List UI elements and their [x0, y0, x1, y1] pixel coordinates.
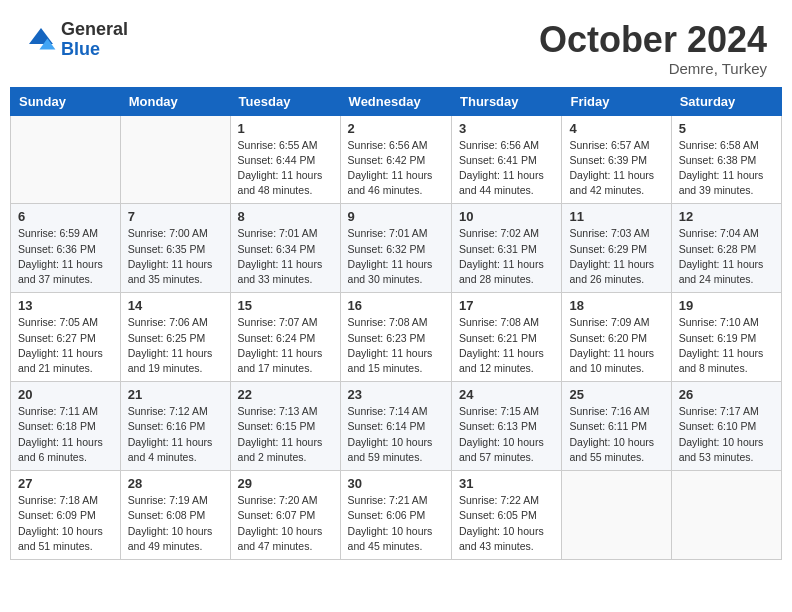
day-number: 20 [18, 387, 113, 402]
calendar-cell: 13Sunrise: 7:05 AMSunset: 6:27 PMDayligh… [11, 293, 121, 382]
logo: General Blue [25, 20, 128, 60]
calendar-cell: 5Sunrise: 6:58 AMSunset: 6:38 PMDaylight… [671, 115, 781, 204]
day-info: Sunrise: 7:17 AMSunset: 6:10 PMDaylight:… [679, 404, 774, 465]
calendar-cell: 14Sunrise: 7:06 AMSunset: 6:25 PMDayligh… [120, 293, 230, 382]
day-number: 24 [459, 387, 554, 402]
calendar-week-row: 13Sunrise: 7:05 AMSunset: 6:27 PMDayligh… [11, 293, 782, 382]
day-number: 30 [348, 476, 444, 491]
day-info: Sunrise: 7:20 AMSunset: 6:07 PMDaylight:… [238, 493, 333, 554]
day-info: Sunrise: 7:07 AMSunset: 6:24 PMDaylight:… [238, 315, 333, 376]
calendar-cell: 1Sunrise: 6:55 AMSunset: 6:44 PMDaylight… [230, 115, 340, 204]
day-info: Sunrise: 7:00 AMSunset: 6:35 PMDaylight:… [128, 226, 223, 287]
calendar-cell: 21Sunrise: 7:12 AMSunset: 6:16 PMDayligh… [120, 382, 230, 471]
day-info: Sunrise: 7:10 AMSunset: 6:19 PMDaylight:… [679, 315, 774, 376]
day-number: 29 [238, 476, 333, 491]
day-number: 2 [348, 121, 444, 136]
logo-icon [25, 24, 57, 56]
day-info: Sunrise: 7:16 AMSunset: 6:11 PMDaylight:… [569, 404, 663, 465]
logo-general-text: General [61, 20, 128, 40]
calendar-cell: 27Sunrise: 7:18 AMSunset: 6:09 PMDayligh… [11, 471, 121, 560]
calendar-cell: 15Sunrise: 7:07 AMSunset: 6:24 PMDayligh… [230, 293, 340, 382]
calendar-cell: 8Sunrise: 7:01 AMSunset: 6:34 PMDaylight… [230, 204, 340, 293]
day-number: 11 [569, 209, 663, 224]
day-info: Sunrise: 7:05 AMSunset: 6:27 PMDaylight:… [18, 315, 113, 376]
day-info: Sunrise: 6:56 AMSunset: 6:42 PMDaylight:… [348, 138, 444, 199]
calendar-week-row: 1Sunrise: 6:55 AMSunset: 6:44 PMDaylight… [11, 115, 782, 204]
day-info: Sunrise: 7:18 AMSunset: 6:09 PMDaylight:… [18, 493, 113, 554]
day-number: 8 [238, 209, 333, 224]
calendar-cell: 11Sunrise: 7:03 AMSunset: 6:29 PMDayligh… [562, 204, 671, 293]
day-info: Sunrise: 7:15 AMSunset: 6:13 PMDaylight:… [459, 404, 554, 465]
weekday-header: Thursday [452, 87, 562, 115]
day-info: Sunrise: 7:13 AMSunset: 6:15 PMDaylight:… [238, 404, 333, 465]
day-number: 10 [459, 209, 554, 224]
calendar-cell: 26Sunrise: 7:17 AMSunset: 6:10 PMDayligh… [671, 382, 781, 471]
title-block: October 2024 Demre, Turkey [539, 20, 767, 77]
day-number: 6 [18, 209, 113, 224]
day-number: 12 [679, 209, 774, 224]
calendar-header-row: SundayMondayTuesdayWednesdayThursdayFrid… [11, 87, 782, 115]
day-info: Sunrise: 7:01 AMSunset: 6:32 PMDaylight:… [348, 226, 444, 287]
day-number: 15 [238, 298, 333, 313]
day-info: Sunrise: 7:08 AMSunset: 6:21 PMDaylight:… [459, 315, 554, 376]
logo-text: General Blue [61, 20, 128, 60]
weekday-header: Wednesday [340, 87, 451, 115]
day-number: 13 [18, 298, 113, 313]
calendar-cell [120, 115, 230, 204]
day-number: 1 [238, 121, 333, 136]
calendar-cell: 2Sunrise: 6:56 AMSunset: 6:42 PMDaylight… [340, 115, 451, 204]
calendar-cell: 30Sunrise: 7:21 AMSunset: 6:06 PMDayligh… [340, 471, 451, 560]
day-number: 14 [128, 298, 223, 313]
day-number: 31 [459, 476, 554, 491]
day-number: 28 [128, 476, 223, 491]
calendar-cell: 25Sunrise: 7:16 AMSunset: 6:11 PMDayligh… [562, 382, 671, 471]
calendar-cell: 19Sunrise: 7:10 AMSunset: 6:19 PMDayligh… [671, 293, 781, 382]
calendar-cell: 28Sunrise: 7:19 AMSunset: 6:08 PMDayligh… [120, 471, 230, 560]
location: Demre, Turkey [539, 60, 767, 77]
weekday-header: Tuesday [230, 87, 340, 115]
day-info: Sunrise: 6:57 AMSunset: 6:39 PMDaylight:… [569, 138, 663, 199]
day-info: Sunrise: 7:12 AMSunset: 6:16 PMDaylight:… [128, 404, 223, 465]
weekday-header: Monday [120, 87, 230, 115]
calendar-cell: 18Sunrise: 7:09 AMSunset: 6:20 PMDayligh… [562, 293, 671, 382]
calendar-week-row: 27Sunrise: 7:18 AMSunset: 6:09 PMDayligh… [11, 471, 782, 560]
day-info: Sunrise: 6:58 AMSunset: 6:38 PMDaylight:… [679, 138, 774, 199]
day-info: Sunrise: 7:04 AMSunset: 6:28 PMDaylight:… [679, 226, 774, 287]
day-number: 16 [348, 298, 444, 313]
calendar-cell: 9Sunrise: 7:01 AMSunset: 6:32 PMDaylight… [340, 204, 451, 293]
calendar-cell: 12Sunrise: 7:04 AMSunset: 6:28 PMDayligh… [671, 204, 781, 293]
day-info: Sunrise: 7:22 AMSunset: 6:05 PMDaylight:… [459, 493, 554, 554]
day-info: Sunrise: 7:14 AMSunset: 6:14 PMDaylight:… [348, 404, 444, 465]
logo-blue-text: Blue [61, 40, 128, 60]
day-number: 22 [238, 387, 333, 402]
day-number: 25 [569, 387, 663, 402]
day-number: 26 [679, 387, 774, 402]
day-info: Sunrise: 7:11 AMSunset: 6:18 PMDaylight:… [18, 404, 113, 465]
calendar-cell: 20Sunrise: 7:11 AMSunset: 6:18 PMDayligh… [11, 382, 121, 471]
day-number: 5 [679, 121, 774, 136]
month-title: October 2024 [539, 20, 767, 60]
day-info: Sunrise: 6:56 AMSunset: 6:41 PMDaylight:… [459, 138, 554, 199]
day-number: 9 [348, 209, 444, 224]
day-info: Sunrise: 7:06 AMSunset: 6:25 PMDaylight:… [128, 315, 223, 376]
day-number: 23 [348, 387, 444, 402]
day-number: 17 [459, 298, 554, 313]
calendar-cell [11, 115, 121, 204]
day-info: Sunrise: 7:08 AMSunset: 6:23 PMDaylight:… [348, 315, 444, 376]
day-info: Sunrise: 7:21 AMSunset: 6:06 PMDaylight:… [348, 493, 444, 554]
calendar-cell: 6Sunrise: 6:59 AMSunset: 6:36 PMDaylight… [11, 204, 121, 293]
day-number: 4 [569, 121, 663, 136]
day-info: Sunrise: 6:55 AMSunset: 6:44 PMDaylight:… [238, 138, 333, 199]
weekday-header: Saturday [671, 87, 781, 115]
calendar-cell: 3Sunrise: 6:56 AMSunset: 6:41 PMDaylight… [452, 115, 562, 204]
day-number: 19 [679, 298, 774, 313]
calendar-cell: 17Sunrise: 7:08 AMSunset: 6:21 PMDayligh… [452, 293, 562, 382]
weekday-header: Sunday [11, 87, 121, 115]
calendar-week-row: 20Sunrise: 7:11 AMSunset: 6:18 PMDayligh… [11, 382, 782, 471]
calendar-cell: 29Sunrise: 7:20 AMSunset: 6:07 PMDayligh… [230, 471, 340, 560]
calendar-cell: 10Sunrise: 7:02 AMSunset: 6:31 PMDayligh… [452, 204, 562, 293]
calendar-cell: 4Sunrise: 6:57 AMSunset: 6:39 PMDaylight… [562, 115, 671, 204]
calendar-week-row: 6Sunrise: 6:59 AMSunset: 6:36 PMDaylight… [11, 204, 782, 293]
day-info: Sunrise: 7:02 AMSunset: 6:31 PMDaylight:… [459, 226, 554, 287]
day-info: Sunrise: 7:19 AMSunset: 6:08 PMDaylight:… [128, 493, 223, 554]
